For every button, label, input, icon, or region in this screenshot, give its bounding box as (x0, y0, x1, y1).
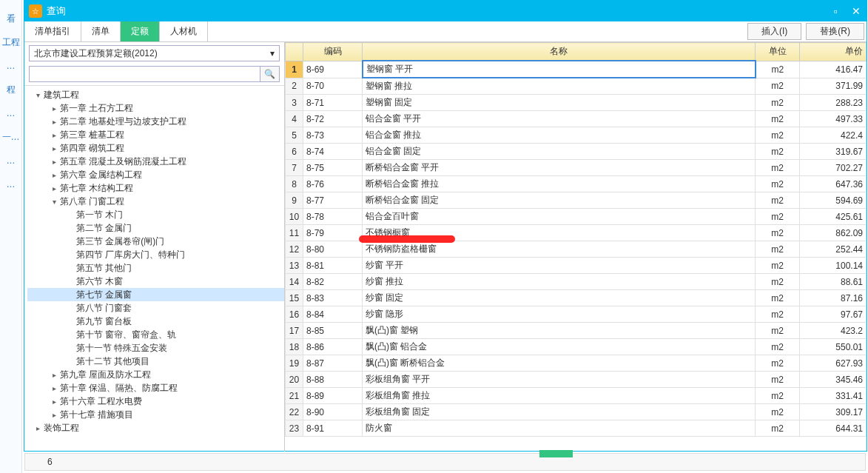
insert-button[interactable]: 插入(I) (747, 23, 801, 40)
cell-name[interactable]: 塑钢窗 推拉 (363, 78, 756, 95)
cell-price[interactable]: 647.36 (800, 176, 867, 192)
gutter-item[interactable]: … (1, 155, 20, 166)
cell-price[interactable]: 100.14 (800, 258, 867, 274)
col-name[interactable]: 名称 (363, 43, 756, 61)
cell-unit[interactable]: m2 (756, 372, 800, 388)
cell-unit[interactable]: m2 (756, 78, 800, 95)
tree-node[interactable]: ▸第十章 保温、隔热、防腐工程 (27, 381, 284, 395)
cell-price[interactable]: 87.16 (800, 290, 867, 306)
tree-node[interactable]: ▸第二章 地基处理与边坡支护工程 (27, 115, 284, 128)
table-row[interactable]: 128-80不锈钢防盗格栅窗m2252.44 (286, 241, 867, 258)
tree-node[interactable]: 第八节 门窗套 (27, 301, 284, 315)
table-row[interactable]: 98-77断桥铝合金窗 固定m2594.69 (286, 192, 867, 209)
table-row[interactable]: 218-89彩板组角窗 推拉m2331.41 (286, 388, 867, 404)
cell-price[interactable]: 288.23 (800, 95, 867, 111)
cell-unit[interactable]: m2 (756, 61, 800, 78)
cell-price[interactable]: 425.61 (800, 209, 867, 225)
chevron-right-icon[interactable]: ▸ (50, 171, 58, 179)
row-number[interactable]: 13 (286, 258, 303, 274)
table-row[interactable]: 78-75断桥铝合金窗 平开m2702.27 (286, 160, 867, 176)
cell-code[interactable]: 8-81 (303, 258, 363, 274)
cell-code[interactable]: 8-73 (303, 127, 363, 144)
chevron-right-icon[interactable]: ▸ (50, 118, 58, 126)
cell-name[interactable]: 铝合金窗 平开 (363, 111, 756, 127)
cell-unit[interactable]: m2 (756, 111, 800, 127)
table-row[interactable]: 88-76断桥铝合金窗 推拉m2647.36 (286, 176, 867, 192)
row-number[interactable]: 8 (286, 176, 303, 192)
cell-unit[interactable]: m2 (756, 176, 800, 192)
cell-name[interactable]: 断桥铝合金窗 推拉 (363, 176, 756, 192)
row-number[interactable]: 14 (286, 274, 303, 290)
cell-code[interactable]: 8-75 (303, 160, 363, 176)
cell-price[interactable]: 88.61 (800, 274, 867, 290)
row-number[interactable]: 19 (286, 355, 303, 372)
table-row[interactable]: 118-79不锈钢橱窗m2862.09 (286, 225, 867, 241)
row-number[interactable]: 22 (286, 404, 303, 420)
table-row[interactable]: 238-91防火窗m2644.31 (286, 420, 867, 437)
cell-unit[interactable]: m2 (756, 323, 800, 339)
cell-unit[interactable]: m2 (756, 241, 800, 258)
tree-node[interactable]: ▸第四章 砌筑工程 (27, 141, 284, 155)
row-number[interactable]: 16 (286, 306, 303, 323)
cell-code[interactable]: 8-84 (303, 306, 363, 323)
cell-unit[interactable]: m2 (756, 274, 800, 290)
chevron-right-icon[interactable]: ▸ (50, 144, 58, 152)
tree-node[interactable]: ▸第十七章 措施项目 (27, 408, 284, 421)
cell-name[interactable]: 纱窗 固定 (363, 290, 756, 306)
cell-code[interactable]: 8-91 (303, 420, 363, 437)
gutter-item[interactable]: 工程 (1, 37, 20, 47)
cell-unit[interactable]: m2 (756, 192, 800, 209)
tree-node[interactable]: 第五节 其他门 (27, 261, 284, 275)
cell-name[interactable]: 彩板组角窗 固定 (363, 404, 756, 420)
cell-price[interactable]: 702.27 (800, 160, 867, 176)
tree-node[interactable]: ▾第八章 门窗工程 (27, 195, 284, 208)
cell-price[interactable]: 594.69 (800, 192, 867, 209)
row-number[interactable]: 9 (286, 192, 303, 209)
cell-unit[interactable]: m2 (756, 95, 800, 111)
table-row[interactable]: 208-88彩板组角窗 平开m2345.46 (286, 372, 867, 388)
cell-code[interactable]: 8-70 (303, 78, 363, 95)
cell-name[interactable]: 彩板组角窗 平开 (363, 372, 756, 388)
cell-unit[interactable]: m2 (756, 225, 800, 241)
cell-price[interactable]: 309.17 (800, 404, 867, 420)
table-row[interactable]: 158-83纱窗 固定m287.16 (286, 290, 867, 306)
tree-node[interactable]: 第六节 木窗 (27, 275, 284, 288)
cell-code[interactable]: 8-80 (303, 241, 363, 258)
tree-node[interactable]: ▸第三章 桩基工程 (27, 128, 284, 141)
tree-node[interactable]: 第十一节 特殊五金安装 (27, 341, 284, 355)
cell-unit[interactable]: m2 (756, 420, 800, 437)
gutter-item[interactable]: … (1, 179, 20, 189)
cell-code[interactable]: 8-79 (303, 225, 363, 241)
col-code[interactable]: 编码 (303, 43, 363, 61)
tab-3[interactable]: 人材机 (160, 21, 208, 41)
row-number[interactable]: 6 (286, 144, 303, 160)
tree-node[interactable]: 第七节 金属窗 (27, 288, 284, 301)
cell-unit[interactable]: m2 (756, 339, 800, 355)
chevron-right-icon[interactable]: ▸ (50, 158, 58, 166)
cell-price[interactable]: 550.01 (800, 339, 867, 355)
cell-price[interactable]: 862.09 (800, 225, 867, 241)
tree-node[interactable]: 第十节 窗帘、窗帘盒、轨 (27, 328, 284, 341)
cell-unit[interactable]: m2 (756, 404, 800, 420)
cell-code[interactable]: 8-86 (303, 339, 363, 355)
row-number[interactable]: 12 (286, 241, 303, 258)
cell-price[interactable]: 371.99 (800, 78, 867, 95)
close-button[interactable]: ✕ (846, 1, 867, 21)
tree-node[interactable]: ▸第十六章 工程水电费 (27, 395, 284, 408)
quota-combo[interactable]: 北京市建设工程预算定额(2012) ▾ (29, 45, 280, 61)
cell-code[interactable]: 8-77 (303, 192, 363, 209)
col-unit[interactable]: 单位 (756, 43, 800, 61)
gutter-item[interactable]: … (1, 61, 20, 71)
cell-name[interactable]: 断桥铝合金窗 平开 (363, 160, 756, 176)
cell-price[interactable]: 423.2 (800, 323, 867, 339)
tree-node[interactable]: 第四节 厂库房大门、特种门 (27, 248, 284, 261)
col-price[interactable]: 单价 (800, 43, 867, 61)
cell-name[interactable]: 铝合金窗 推拉 (363, 127, 756, 144)
row-number[interactable]: 11 (286, 225, 303, 241)
tree-node[interactable]: ▾建筑工程 (27, 88, 284, 101)
table-row[interactable]: 198-87飘(凸)窗 断桥铝合金m2627.93 (286, 355, 867, 372)
cell-code[interactable]: 8-85 (303, 323, 363, 339)
row-number[interactable]: 2 (286, 78, 303, 95)
cell-price[interactable]: 345.46 (800, 372, 867, 388)
gutter-item[interactable]: … (1, 108, 20, 118)
